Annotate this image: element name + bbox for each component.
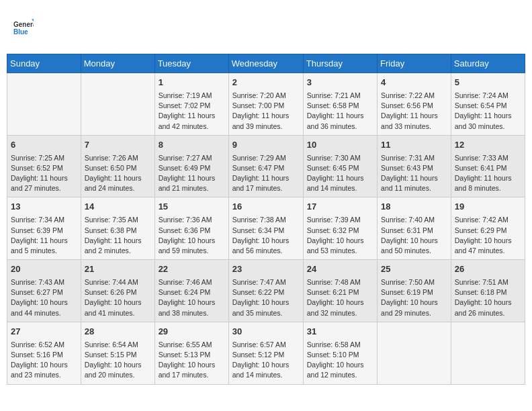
day-info: Sunrise: 7:46 AMSunset: 6:24 PMDaylight:… (159, 277, 225, 318)
day-info: Sunrise: 6:54 AMSunset: 5:15 PMDaylight:… (85, 340, 151, 381)
day-number: 24 (307, 263, 373, 276)
day-number: 29 (159, 326, 225, 338)
logo: General Blue (13, 11, 34, 44)
day-number: 16 (232, 201, 300, 214)
day-cell: 17Sunrise: 7:39 AMSunset: 6:32 PMDayligh… (303, 197, 377, 260)
day-info: Sunrise: 7:34 AMSunset: 6:39 PMDaylight:… (11, 215, 77, 256)
day-number: 2 (232, 77, 300, 89)
weekday-header-sunday: Sunday (7, 54, 81, 73)
logo-icon: General Blue (13, 11, 34, 44)
weekday-header-thursday: Thursday (303, 54, 377, 73)
day-info: Sunrise: 7:19 AMSunset: 7:02 PMDaylight:… (159, 91, 225, 132)
day-cell: 4Sunrise: 7:22 AMSunset: 6:56 PMDaylight… (378, 73, 451, 136)
day-number: 25 (381, 263, 447, 276)
day-info: Sunrise: 6:52 AMSunset: 5:16 PMDaylight:… (11, 340, 77, 381)
day-cell (451, 322, 525, 384)
day-number: 28 (85, 326, 151, 338)
day-info: Sunrise: 7:29 AMSunset: 6:47 PMDaylight:… (232, 153, 300, 194)
day-info: Sunrise: 7:40 AMSunset: 6:31 PMDaylight:… (381, 215, 447, 256)
day-cell: 5Sunrise: 7:24 AMSunset: 6:54 PMDaylight… (451, 73, 525, 136)
day-cell: 14Sunrise: 7:35 AMSunset: 6:38 PMDayligh… (81, 197, 154, 260)
day-info: Sunrise: 7:26 AMSunset: 6:50 PMDaylight:… (85, 153, 151, 194)
day-number: 19 (455, 201, 521, 214)
day-cell: 15Sunrise: 7:36 AMSunset: 6:36 PMDayligh… (154, 197, 228, 260)
day-number: 18 (381, 201, 447, 214)
day-number: 27 (11, 326, 77, 338)
day-cell: 19Sunrise: 7:42 AMSunset: 6:29 PMDayligh… (451, 197, 525, 260)
day-number: 5 (455, 77, 521, 89)
day-cell: 11Sunrise: 7:31 AMSunset: 6:43 PMDayligh… (378, 135, 451, 197)
day-number: 12 (455, 139, 521, 152)
weekday-header-monday: Monday (81, 54, 154, 73)
day-number: 14 (85, 201, 151, 214)
weekday-header-tuesday: Tuesday (154, 54, 228, 73)
day-info: Sunrise: 7:47 AMSunset: 6:22 PMDaylight:… (232, 277, 300, 318)
day-cell: 3Sunrise: 7:21 AMSunset: 6:58 PMDaylight… (303, 73, 377, 136)
day-cell: 27Sunrise: 6:52 AMSunset: 5:16 PMDayligh… (7, 322, 81, 384)
day-number: 1 (159, 77, 225, 89)
page-header: General Blue (7, 7, 525, 48)
day-cell (7, 73, 81, 136)
day-cell (378, 322, 451, 384)
day-number: 8 (159, 139, 225, 152)
day-number: 10 (307, 139, 373, 152)
weekday-header-friday: Friday (378, 54, 451, 73)
day-number: 22 (159, 263, 225, 276)
weekday-header-row: SundayMondayTuesdayWednesdayThursdayFrid… (7, 54, 525, 73)
day-cell: 20Sunrise: 7:43 AMSunset: 6:27 PMDayligh… (7, 260, 81, 322)
day-info: Sunrise: 7:22 AMSunset: 6:56 PMDaylight:… (381, 91, 447, 132)
day-info: Sunrise: 7:27 AMSunset: 6:49 PMDaylight:… (159, 153, 225, 194)
day-number: 3 (307, 77, 373, 89)
day-cell: 23Sunrise: 7:47 AMSunset: 6:22 PMDayligh… (228, 260, 303, 322)
day-cell: 1Sunrise: 7:19 AMSunset: 7:02 PMDaylight… (154, 73, 228, 136)
day-cell: 26Sunrise: 7:51 AMSunset: 6:18 PMDayligh… (451, 260, 525, 322)
svg-text:Blue: Blue (13, 28, 28, 36)
day-cell (81, 73, 154, 136)
day-info: Sunrise: 6:57 AMSunset: 5:12 PMDaylight:… (232, 340, 300, 381)
day-cell: 31Sunrise: 6:58 AMSunset: 5:10 PMDayligh… (303, 322, 377, 384)
day-cell: 24Sunrise: 7:48 AMSunset: 6:21 PMDayligh… (303, 260, 377, 322)
day-info: Sunrise: 7:42 AMSunset: 6:29 PMDaylight:… (455, 215, 521, 256)
day-number: 11 (381, 139, 447, 152)
day-info: Sunrise: 7:44 AMSunset: 6:26 PMDaylight:… (85, 277, 151, 318)
day-info: Sunrise: 7:31 AMSunset: 6:43 PMDaylight:… (381, 153, 447, 194)
day-info: Sunrise: 7:36 AMSunset: 6:36 PMDaylight:… (159, 215, 225, 256)
weekday-header-saturday: Saturday (451, 54, 525, 73)
day-info: Sunrise: 7:43 AMSunset: 6:27 PMDaylight:… (11, 277, 77, 318)
day-number: 7 (85, 139, 151, 152)
day-info: Sunrise: 6:55 AMSunset: 5:13 PMDaylight:… (159, 340, 225, 381)
day-cell: 6Sunrise: 7:25 AMSunset: 6:52 PMDaylight… (7, 135, 81, 197)
day-info: Sunrise: 7:50 AMSunset: 6:19 PMDaylight:… (381, 277, 447, 318)
day-info: Sunrise: 7:51 AMSunset: 6:18 PMDaylight:… (455, 277, 521, 318)
day-number: 23 (232, 263, 300, 276)
day-cell: 18Sunrise: 7:40 AMSunset: 6:31 PMDayligh… (378, 197, 451, 260)
day-cell: 13Sunrise: 7:34 AMSunset: 6:39 PMDayligh… (7, 197, 81, 260)
day-number: 26 (455, 263, 521, 276)
week-row-5: 27Sunrise: 6:52 AMSunset: 5:16 PMDayligh… (7, 322, 525, 384)
day-info: Sunrise: 7:20 AMSunset: 7:00 PMDaylight:… (232, 91, 300, 132)
calendar-table: SundayMondayTuesdayWednesdayThursdayFrid… (7, 54, 525, 385)
day-cell: 9Sunrise: 7:29 AMSunset: 6:47 PMDaylight… (228, 135, 303, 197)
day-info: Sunrise: 7:21 AMSunset: 6:58 PMDaylight:… (307, 91, 373, 132)
day-cell: 10Sunrise: 7:30 AMSunset: 6:45 PMDayligh… (303, 135, 377, 197)
day-cell: 21Sunrise: 7:44 AMSunset: 6:26 PMDayligh… (81, 260, 154, 322)
day-cell: 25Sunrise: 7:50 AMSunset: 6:19 PMDayligh… (378, 260, 451, 322)
day-cell: 28Sunrise: 6:54 AMSunset: 5:15 PMDayligh… (81, 322, 154, 384)
day-number: 9 (232, 139, 300, 152)
weekday-header-wednesday: Wednesday (228, 54, 303, 73)
svg-text:General: General (13, 21, 34, 28)
day-info: Sunrise: 7:33 AMSunset: 6:41 PMDaylight:… (455, 153, 521, 194)
day-number: 4 (381, 77, 447, 89)
day-cell: 29Sunrise: 6:55 AMSunset: 5:13 PMDayligh… (154, 322, 228, 384)
day-cell: 22Sunrise: 7:46 AMSunset: 6:24 PMDayligh… (154, 260, 228, 322)
day-cell: 30Sunrise: 6:57 AMSunset: 5:12 PMDayligh… (228, 322, 303, 384)
day-number: 6 (11, 139, 77, 152)
day-cell: 2Sunrise: 7:20 AMSunset: 7:00 PMDaylight… (228, 73, 303, 136)
day-cell: 12Sunrise: 7:33 AMSunset: 6:41 PMDayligh… (451, 135, 525, 197)
day-info: Sunrise: 7:30 AMSunset: 6:45 PMDaylight:… (307, 153, 373, 194)
day-info: Sunrise: 7:38 AMSunset: 6:34 PMDaylight:… (232, 215, 300, 256)
day-info: Sunrise: 7:24 AMSunset: 6:54 PMDaylight:… (455, 91, 521, 132)
day-cell: 8Sunrise: 7:27 AMSunset: 6:49 PMDaylight… (154, 135, 228, 197)
day-info: Sunrise: 6:58 AMSunset: 5:10 PMDaylight:… (307, 340, 373, 381)
day-number: 30 (232, 326, 300, 338)
